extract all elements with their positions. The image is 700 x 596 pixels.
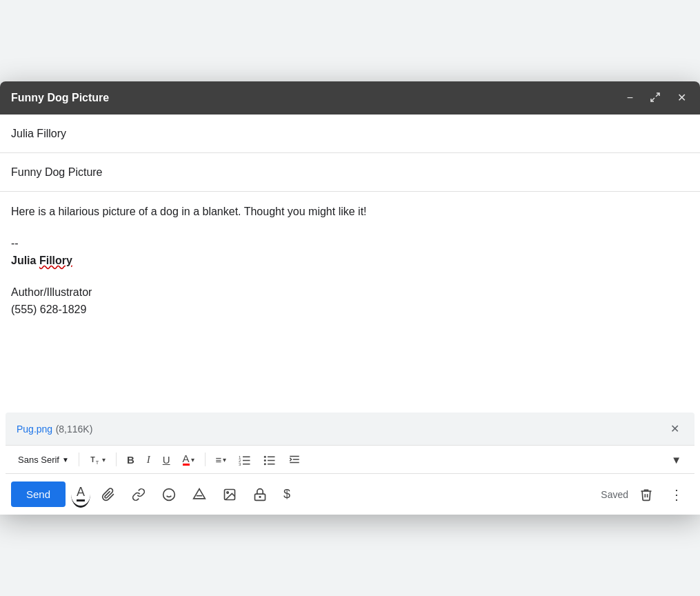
dollar-icon: $ xyxy=(283,487,290,501)
font-size-button[interactable]: T T ▾ xyxy=(85,450,110,468)
bold-button[interactable]: B xyxy=(122,450,139,469)
to-field-row: Julia Fillory xyxy=(0,115,700,153)
close-button[interactable]: ✕ xyxy=(674,91,689,105)
svg-point-12 xyxy=(264,463,266,465)
minimize-button[interactable]: − xyxy=(624,91,636,105)
photo-button[interactable] xyxy=(217,484,242,506)
indent-icon xyxy=(288,453,301,466)
font-dropdown-icon: ▼ xyxy=(62,456,69,464)
saved-label: Saved xyxy=(601,489,628,500)
lock-icon xyxy=(253,488,267,501)
underline-button[interactable]: U xyxy=(158,450,175,469)
attachment-size: (8,116K) xyxy=(56,424,93,435)
emoji-button[interactable] xyxy=(157,484,181,506)
attachment-info: Pug.png (8,116K) xyxy=(17,423,92,435)
font-size-dropdown-icon: ▾ xyxy=(102,456,106,464)
attachment-bar: Pug.png (8,116K) ✕ xyxy=(6,413,694,445)
align-button[interactable]: ≡ ▾ xyxy=(211,450,232,469)
font-selector[interactable]: Sans Serif ▼ xyxy=(14,452,73,468)
svg-point-10 xyxy=(264,459,266,461)
font-color-dropdown-icon: ▾ xyxy=(191,456,194,464)
bullet-list-icon xyxy=(263,453,276,466)
send-button[interactable]: Send xyxy=(11,481,66,507)
subject-field-row: Funny Dog Picture xyxy=(0,153,700,192)
bullet-list-button[interactable] xyxy=(259,450,281,469)
toolbar-divider-3 xyxy=(205,453,206,466)
link-button[interactable] xyxy=(126,484,151,506)
dollar-button[interactable]: $ xyxy=(278,483,296,506)
svg-text:T: T xyxy=(90,455,95,464)
more-formatting-button[interactable]: ▼ xyxy=(666,450,686,469)
attach-button[interactable] xyxy=(96,484,121,506)
to-value[interactable]: Julia Fillory xyxy=(11,128,66,140)
italic-button[interactable]: I xyxy=(142,450,155,469)
font-color-button[interactable]: A ▾ xyxy=(178,450,199,469)
attachment-close-button[interactable]: ✕ xyxy=(666,421,683,437)
formatting-icon: A xyxy=(77,485,85,501)
more-options-icon: ⋮ xyxy=(670,486,683,503)
photo-icon xyxy=(223,488,237,501)
body-signature-name: Julia Fillory xyxy=(11,252,689,270)
compose-window: Funny Dog Picture − ✕ Julia Fillory Funn… xyxy=(0,81,700,515)
body-line1: Here is a hilarious picture of a dog in … xyxy=(11,203,689,221)
sig-title: Author/Illustrator xyxy=(11,284,689,301)
svg-point-17 xyxy=(163,488,175,500)
attach-icon xyxy=(101,488,115,501)
formatting-toolbar: Sans Serif ▼ T T ▾ B I U A ▾ ≡ ▾ 1 xyxy=(6,445,694,474)
svg-text:3: 3 xyxy=(239,462,241,466)
svg-point-25 xyxy=(259,496,261,497)
svg-text:T: T xyxy=(96,459,99,465)
emoji-icon xyxy=(162,488,176,501)
title-bar: Funny Dog Picture − ✕ xyxy=(0,81,700,115)
expand-button[interactable] xyxy=(647,90,663,106)
more-options-button[interactable]: ⋮ xyxy=(664,482,689,507)
svg-point-8 xyxy=(264,456,266,458)
delete-button[interactable] xyxy=(634,484,659,506)
formatting-button[interactable]: A xyxy=(71,481,90,508)
align-icon: ≡ xyxy=(216,454,222,466)
body-area[interactable]: Here is a hilarious picture of a dog in … xyxy=(0,192,700,413)
indent-button[interactable] xyxy=(283,450,306,469)
drive-icon xyxy=(192,488,206,501)
more-formatting-icon: ▼ xyxy=(671,454,681,466)
title-bar-controls: − ✕ xyxy=(624,90,689,106)
font-color-icon: A xyxy=(183,453,190,466)
sig-name-last: Fillory xyxy=(39,255,72,266)
sig-phone: (555) 628-1829 xyxy=(11,301,689,319)
bottom-bar: Send A xyxy=(0,474,700,515)
compose-title: Funny Dog Picture xyxy=(11,92,109,104)
numbered-list-icon: 1 2 3 xyxy=(239,453,251,466)
trash-icon xyxy=(639,488,653,501)
font-name: Sans Serif xyxy=(18,455,59,465)
body-separator: -- xyxy=(11,235,689,252)
lock-button[interactable] xyxy=(248,484,272,506)
toolbar-divider-1 xyxy=(79,453,79,466)
toolbar-divider-2 xyxy=(116,453,117,466)
sig-name-first: Julia xyxy=(11,255,39,266)
drive-button[interactable] xyxy=(187,484,212,506)
svg-point-23 xyxy=(227,491,229,493)
link-icon xyxy=(132,488,146,501)
svg-marker-20 xyxy=(194,488,206,498)
align-dropdown-icon: ▾ xyxy=(223,456,226,464)
attachment-filename: Pug.png xyxy=(17,424,52,435)
subject-value[interactable]: Funny Dog Picture xyxy=(11,166,103,179)
numbered-list-button[interactable]: 1 2 3 xyxy=(234,450,256,469)
